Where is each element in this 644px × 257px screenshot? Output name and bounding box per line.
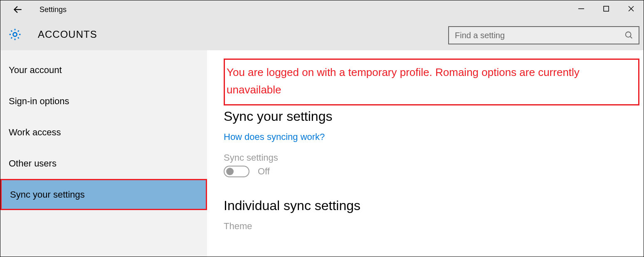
sidebar: Your account Sign-in options Work access… — [0, 50, 207, 257]
sidebar-item-label: Other users — [9, 158, 57, 169]
svg-point-5 — [13, 32, 17, 36]
search-box[interactable] — [448, 26, 639, 44]
close-icon — [628, 5, 634, 12]
gear-icon — [8, 27, 22, 42]
link-how-does-syncing-work[interactable]: How does syncing work? — [224, 132, 325, 142]
back-button[interactable] — [9, 0, 27, 19]
sidebar-item-other-users[interactable]: Other users — [0, 148, 207, 179]
svg-line-7 — [630, 37, 632, 39]
window-controls — [569, 0, 644, 17]
toggle-knob — [226, 168, 234, 175]
arrow-left-icon — [12, 4, 23, 15]
window-title: Settings — [39, 5, 67, 14]
sidebar-item-your-account[interactable]: Your account — [0, 54, 207, 86]
sync-settings-toggle-state: Off — [258, 166, 270, 177]
svg-point-6 — [626, 32, 631, 37]
label-sync-settings: Sync settings — [224, 152, 639, 163]
minimize-button[interactable] — [569, 0, 594, 17]
label-theme: Theme — [224, 221, 639, 232]
title-bar: Settings — [0, 0, 644, 19]
search-icon — [624, 31, 634, 40]
svg-rect-2 — [604, 6, 609, 11]
temporary-profile-warning: You are logged on with a temporary profi… — [224, 59, 639, 105]
sidebar-item-sign-in-options[interactable]: Sign-in options — [0, 86, 207, 117]
sync-settings-toggle-row: Off — [224, 166, 639, 177]
minimize-icon — [578, 5, 585, 12]
maximize-icon — [603, 6, 609, 12]
maximize-button[interactable] — [594, 0, 619, 17]
sidebar-item-sync-your-settings[interactable]: Sync your settings — [0, 179, 207, 210]
body-split: Your account Sign-in options Work access… — [0, 50, 644, 257]
close-button[interactable] — [619, 0, 644, 17]
search-input[interactable] — [454, 30, 624, 41]
header-bar: Settings ACCOUNTS — [0, 0, 644, 50]
settings-window: Settings ACCOUNTS — [0, 0, 644, 257]
header-section-row: ACCOUNTS — [0, 19, 644, 50]
sidebar-item-label: Your account — [9, 65, 62, 76]
sidebar-item-work-access[interactable]: Work access — [0, 117, 207, 148]
content-pane: You are logged on with a temporary profi… — [207, 50, 644, 257]
sidebar-item-label: Work access — [9, 127, 61, 138]
sidebar-item-label: Sync your settings — [10, 189, 85, 200]
sidebar-item-label: Sign-in options — [9, 96, 69, 107]
heading-individual-sync-settings: Individual sync settings — [224, 198, 639, 213]
page-title: ACCOUNTS — [38, 29, 97, 40]
sync-settings-toggle[interactable] — [224, 166, 249, 177]
heading-sync-your-settings: Sync your settings — [224, 109, 639, 124]
